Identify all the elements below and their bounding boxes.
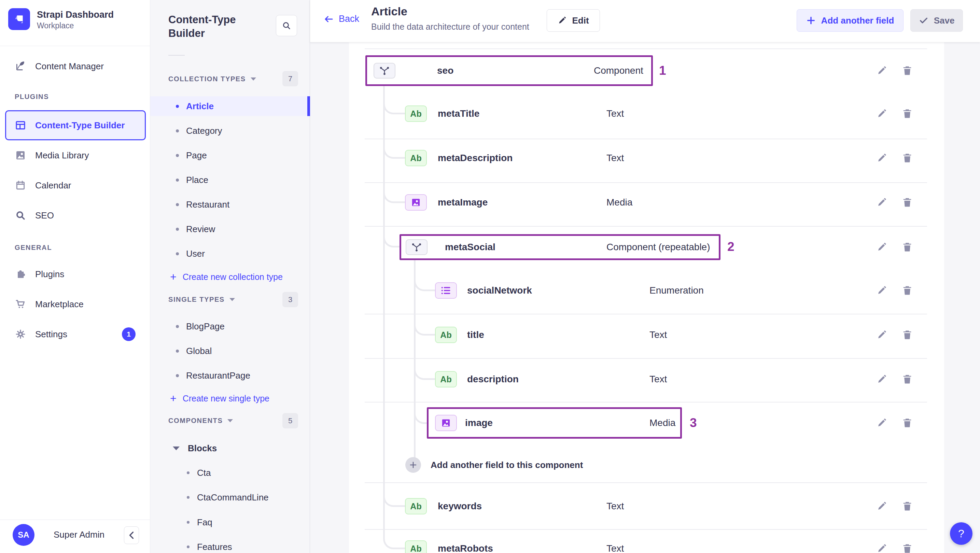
save-button[interactable]: Save bbox=[910, 9, 963, 32]
create-single-type-link[interactable]: + Create new single type bbox=[150, 389, 310, 408]
text-field-icon: Ab bbox=[405, 105, 427, 122]
single-type-global[interactable]: Global bbox=[150, 341, 310, 361]
sidebar-footer-divider bbox=[0, 520, 150, 520]
field-name: metaImage bbox=[438, 197, 488, 208]
component-ctacommandline[interactable]: CtaCommandLine bbox=[150, 488, 310, 507]
trash-icon bbox=[902, 65, 912, 76]
bullet-icon bbox=[176, 228, 179, 231]
component-icon bbox=[374, 63, 395, 78]
collection-type-user[interactable]: User bbox=[150, 244, 310, 264]
pencil-icon bbox=[877, 418, 887, 428]
edit-field-button[interactable] bbox=[875, 542, 888, 553]
field-row-metasocial: metaSocial Component (repeatable) bbox=[365, 239, 927, 255]
delete-field-button[interactable] bbox=[901, 152, 913, 164]
components-count: 5 bbox=[282, 413, 298, 428]
edit-field-button[interactable] bbox=[875, 196, 888, 208]
back-link[interactable]: Back bbox=[324, 14, 359, 24]
row-divider bbox=[365, 529, 927, 530]
search-button[interactable] bbox=[276, 15, 297, 36]
delete-field-button[interactable] bbox=[901, 108, 913, 120]
delete-field-button[interactable] bbox=[901, 373, 913, 385]
delete-field-button[interactable] bbox=[901, 500, 913, 512]
bullet-icon bbox=[187, 521, 189, 524]
field-type: Enumeration bbox=[649, 285, 704, 296]
media-field-icon bbox=[405, 194, 427, 211]
edit-field-button[interactable] bbox=[875, 329, 888, 341]
pencil-icon bbox=[877, 153, 887, 163]
group-label: COLLECTION TYPES bbox=[168, 75, 246, 83]
collection-type-category[interactable]: Category bbox=[150, 121, 310, 141]
avatar[interactable]: SA bbox=[13, 524, 35, 546]
delete-field-button[interactable] bbox=[901, 65, 913, 77]
arrow-left-icon bbox=[324, 14, 334, 24]
sidebar-item-media-library[interactable]: Media Library bbox=[0, 145, 150, 165]
collection-type-place[interactable]: Place bbox=[150, 170, 310, 190]
edit-button[interactable]: Edit bbox=[547, 9, 600, 32]
component-category-blocks[interactable]: Blocks bbox=[150, 438, 310, 458]
field-type: Text bbox=[606, 543, 624, 553]
collapse-sidebar-button[interactable] bbox=[124, 526, 139, 544]
sidebar-item-calendar[interactable]: Calendar bbox=[0, 175, 150, 195]
field-name: image bbox=[465, 418, 493, 428]
create-collection-type-link[interactable]: + Create new collection type bbox=[150, 267, 310, 286]
edit-field-button[interactable] bbox=[875, 417, 888, 429]
row-divider bbox=[365, 358, 927, 359]
sidebar-item-content-manager[interactable]: Content Manager bbox=[0, 56, 150, 76]
collection-type-review[interactable]: Review bbox=[150, 219, 310, 239]
sidebar-section-plugins: PLUGINS bbox=[15, 93, 49, 101]
item-label: RestaurantPage bbox=[186, 370, 250, 381]
collection-types-count: 7 bbox=[282, 71, 298, 86]
component-faq[interactable]: Faq bbox=[150, 512, 310, 532]
item-label: User bbox=[186, 248, 205, 259]
edit-field-button[interactable] bbox=[875, 241, 888, 253]
single-type-restaurantpage[interactable]: RestaurantPage bbox=[150, 365, 310, 385]
collection-type-page[interactable]: Page bbox=[150, 145, 310, 165]
app-title: Strapi Dashboard bbox=[37, 10, 114, 20]
field-name: description bbox=[467, 374, 519, 385]
edit-field-button[interactable] bbox=[875, 152, 888, 164]
delete-field-button[interactable] bbox=[901, 196, 913, 208]
add-component-field-label[interactable]: Add another field to this component bbox=[431, 460, 583, 470]
settings-notification-badge: 1 bbox=[122, 327, 135, 341]
pencil-icon bbox=[877, 65, 887, 76]
field-row-keywords: Ab keywords Text bbox=[365, 498, 927, 515]
create-label: Create new single type bbox=[183, 394, 269, 404]
sidebar-item-plugins[interactable]: Plugins bbox=[0, 264, 150, 284]
field-type: Media bbox=[606, 197, 632, 208]
component-cta[interactable]: Cta bbox=[150, 463, 310, 483]
add-field-label: Add another field bbox=[821, 15, 894, 26]
pencil-icon bbox=[877, 543, 887, 553]
add-component-field-button[interactable] bbox=[405, 457, 421, 473]
add-another-field-button[interactable]: Add another field bbox=[797, 9, 904, 32]
field-name: metaTitle bbox=[438, 108, 479, 119]
row-divider bbox=[365, 138, 927, 139]
item-label: Cta bbox=[197, 468, 211, 478]
group-header-collection-types[interactable]: COLLECTION TYPES bbox=[168, 75, 256, 83]
field-name: metaRobots bbox=[438, 543, 493, 553]
delete-field-button[interactable] bbox=[901, 329, 913, 341]
bullet-icon bbox=[176, 350, 179, 353]
edit-field-button[interactable] bbox=[875, 500, 888, 512]
sidebar-item-content-type-builder[interactable]: Content-Type Builder bbox=[0, 115, 150, 135]
collection-type-article[interactable]: Article bbox=[150, 96, 310, 116]
delete-field-button[interactable] bbox=[901, 542, 913, 553]
group-header-single-types[interactable]: SINGLE TYPES bbox=[168, 296, 235, 304]
help-button[interactable]: ? bbox=[950, 522, 972, 545]
edit-field-button[interactable] bbox=[875, 65, 888, 77]
group-header-components[interactable]: COMPONENTS bbox=[168, 417, 233, 425]
component-features[interactable]: Features bbox=[150, 537, 310, 553]
sidebar-item-seo[interactable]: SEO bbox=[0, 205, 150, 226]
sidebar-item-marketplace[interactable]: Marketplace bbox=[0, 294, 150, 315]
trash-icon bbox=[902, 285, 912, 296]
collection-type-restaurant[interactable]: Restaurant bbox=[150, 195, 310, 215]
sidebar-section-general: GENERAL bbox=[15, 244, 52, 251]
text-field-icon: Ab bbox=[405, 150, 427, 166]
edit-field-button[interactable] bbox=[875, 284, 888, 297]
single-type-blogpage[interactable]: BlogPage bbox=[150, 316, 310, 336]
item-label: Global bbox=[186, 346, 212, 356]
edit-field-button[interactable] bbox=[875, 373, 888, 385]
delete-field-button[interactable] bbox=[901, 241, 913, 253]
edit-field-button[interactable] bbox=[875, 108, 888, 120]
delete-field-button[interactable] bbox=[901, 284, 913, 297]
delete-field-button[interactable] bbox=[901, 417, 913, 429]
